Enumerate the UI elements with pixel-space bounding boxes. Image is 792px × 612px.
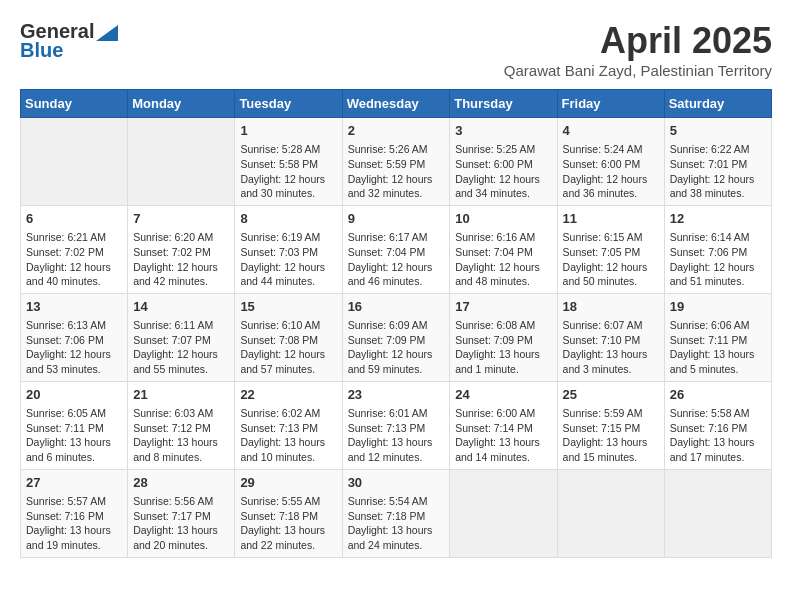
sunset-text: Sunset: 7:06 PM [670,246,748,258]
sunrise-text: Sunrise: 5:55 AM [240,495,320,507]
daylight-text: Daylight: 13 hours and 17 minutes. [670,436,755,463]
calendar-table: Sunday Monday Tuesday Wednesday Thursday… [20,89,772,558]
day-number: 28 [133,474,229,492]
day-number: 29 [240,474,336,492]
daylight-text: Daylight: 12 hours and 44 minutes. [240,261,325,288]
sunset-text: Sunset: 7:18 PM [240,510,318,522]
header-wednesday: Wednesday [342,90,450,118]
calendar-cell: 2Sunrise: 5:26 AMSunset: 5:59 PMDaylight… [342,118,450,206]
calendar-cell: 14Sunrise: 6:11 AMSunset: 7:07 PMDayligh… [128,293,235,381]
sunrise-text: Sunrise: 6:11 AM [133,319,213,331]
sunset-text: Sunset: 7:13 PM [348,422,426,434]
day-number: 19 [670,298,766,316]
daylight-text: Daylight: 13 hours and 15 minutes. [563,436,648,463]
sunrise-text: Sunrise: 6:16 AM [455,231,535,243]
sunrise-text: Sunrise: 6:03 AM [133,407,213,419]
calendar-cell: 15Sunrise: 6:10 AMSunset: 7:08 PMDayligh… [235,293,342,381]
day-number: 10 [455,210,551,228]
sunrise-text: Sunrise: 6:14 AM [670,231,750,243]
sunset-text: Sunset: 7:05 PM [563,246,641,258]
svg-marker-0 [96,25,118,41]
sunrise-text: Sunrise: 5:54 AM [348,495,428,507]
daylight-text: Daylight: 12 hours and 53 minutes. [26,348,111,375]
header-tuesday: Tuesday [235,90,342,118]
daylight-text: Daylight: 12 hours and 50 minutes. [563,261,648,288]
daylight-text: Daylight: 13 hours and 3 minutes. [563,348,648,375]
sunset-text: Sunset: 7:18 PM [348,510,426,522]
daylight-text: Daylight: 13 hours and 19 minutes. [26,524,111,551]
sunset-text: Sunset: 7:14 PM [455,422,533,434]
sunrise-text: Sunrise: 5:28 AM [240,143,320,155]
sunset-text: Sunset: 6:00 PM [563,158,641,170]
sunrise-text: Sunrise: 6:05 AM [26,407,106,419]
calendar-header-row: Sunday Monday Tuesday Wednesday Thursday… [21,90,772,118]
sunset-text: Sunset: 7:17 PM [133,510,211,522]
day-number: 30 [348,474,445,492]
daylight-text: Daylight: 12 hours and 55 minutes. [133,348,218,375]
calendar-cell: 26Sunrise: 5:58 AMSunset: 7:16 PMDayligh… [664,381,771,469]
sunrise-text: Sunrise: 6:08 AM [455,319,535,331]
daylight-text: Daylight: 12 hours and 59 minutes. [348,348,433,375]
calendar-cell: 30Sunrise: 5:54 AMSunset: 7:18 PMDayligh… [342,469,450,557]
day-number: 21 [133,386,229,404]
calendar-cell: 29Sunrise: 5:55 AMSunset: 7:18 PMDayligh… [235,469,342,557]
calendar-cell: 13Sunrise: 6:13 AMSunset: 7:06 PMDayligh… [21,293,128,381]
calendar-cell: 8Sunrise: 6:19 AMSunset: 7:03 PMDaylight… [235,205,342,293]
header-monday: Monday [128,90,235,118]
sunset-text: Sunset: 7:06 PM [26,334,104,346]
sunrise-text: Sunrise: 6:06 AM [670,319,750,331]
day-number: 1 [240,122,336,140]
sunrise-text: Sunrise: 6:22 AM [670,143,750,155]
daylight-text: Daylight: 12 hours and 30 minutes. [240,173,325,200]
day-number: 22 [240,386,336,404]
calendar-cell [21,118,128,206]
calendar-cell [450,469,557,557]
day-number: 14 [133,298,229,316]
day-number: 17 [455,298,551,316]
daylight-text: Daylight: 12 hours and 34 minutes. [455,173,540,200]
calendar-cell: 4Sunrise: 5:24 AMSunset: 6:00 PMDaylight… [557,118,664,206]
day-number: 20 [26,386,122,404]
day-number: 16 [348,298,445,316]
calendar-cell [128,118,235,206]
sunrise-text: Sunrise: 6:01 AM [348,407,428,419]
daylight-text: Daylight: 13 hours and 12 minutes. [348,436,433,463]
sunrise-text: Sunrise: 6:17 AM [348,231,428,243]
day-number: 26 [670,386,766,404]
sunrise-text: Sunrise: 6:15 AM [563,231,643,243]
sunset-text: Sunset: 7:10 PM [563,334,641,346]
header-sunday: Sunday [21,90,128,118]
calendar-cell: 28Sunrise: 5:56 AMSunset: 7:17 PMDayligh… [128,469,235,557]
sunset-text: Sunset: 7:02 PM [133,246,211,258]
daylight-text: Daylight: 13 hours and 20 minutes. [133,524,218,551]
sunrise-text: Sunrise: 6:20 AM [133,231,213,243]
daylight-text: Daylight: 13 hours and 10 minutes. [240,436,325,463]
daylight-text: Daylight: 12 hours and 38 minutes. [670,173,755,200]
header-friday: Friday [557,90,664,118]
calendar-cell: 23Sunrise: 6:01 AMSunset: 7:13 PMDayligh… [342,381,450,469]
calendar-cell: 18Sunrise: 6:07 AMSunset: 7:10 PMDayligh… [557,293,664,381]
location-title: Qarawat Bani Zayd, Palestinian Territory [504,62,772,79]
calendar-cell [557,469,664,557]
month-title: April 2025 [504,20,772,62]
sunrise-text: Sunrise: 5:24 AM [563,143,643,155]
calendar-cell: 7Sunrise: 6:20 AMSunset: 7:02 PMDaylight… [128,205,235,293]
sunset-text: Sunset: 7:11 PM [26,422,104,434]
sunrise-text: Sunrise: 5:58 AM [670,407,750,419]
sunrise-text: Sunrise: 6:02 AM [240,407,320,419]
day-number: 12 [670,210,766,228]
sunset-text: Sunset: 7:15 PM [563,422,641,434]
calendar-cell: 11Sunrise: 6:15 AMSunset: 7:05 PMDayligh… [557,205,664,293]
daylight-text: Daylight: 13 hours and 8 minutes. [133,436,218,463]
daylight-text: Daylight: 12 hours and 48 minutes. [455,261,540,288]
sunrise-text: Sunrise: 5:56 AM [133,495,213,507]
sunset-text: Sunset: 7:16 PM [670,422,748,434]
header-thursday: Thursday [450,90,557,118]
day-number: 5 [670,122,766,140]
sunset-text: Sunset: 7:04 PM [348,246,426,258]
sunrise-text: Sunrise: 6:13 AM [26,319,106,331]
calendar-cell: 10Sunrise: 6:16 AMSunset: 7:04 PMDayligh… [450,205,557,293]
calendar-cell: 6Sunrise: 6:21 AMSunset: 7:02 PMDaylight… [21,205,128,293]
day-number: 27 [26,474,122,492]
calendar-cell [664,469,771,557]
